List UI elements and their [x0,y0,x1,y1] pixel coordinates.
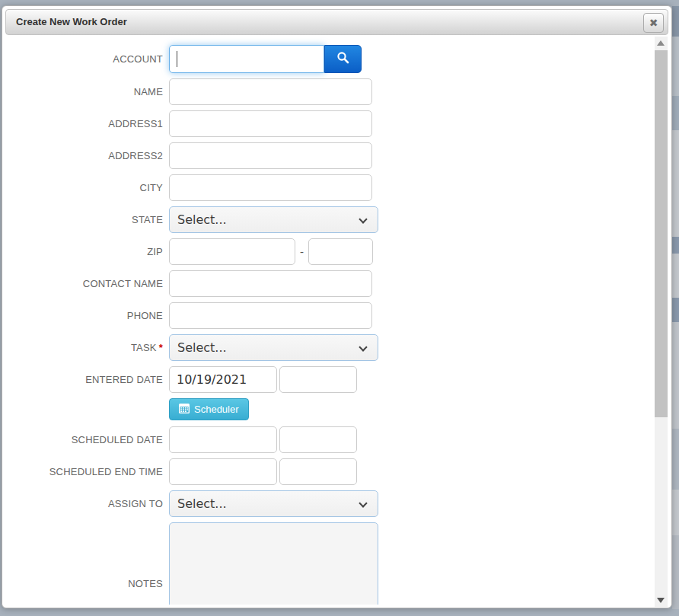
assign-to-row: ASSIGN TO Select... [5,490,668,517]
triangle-down-icon [657,598,665,603]
chevron-down-icon [359,215,367,223]
page-background-strip [672,0,679,616]
scheduled-end-time-row: SCHEDULED END TIME [5,458,668,485]
state-select[interactable]: Select... [169,206,378,233]
state-select-value: Select... [177,212,227,227]
notes-textarea[interactable] [169,522,378,605]
field-label-entered-date: ENTERED DATE [5,374,169,385]
entered-time-input[interactable] [279,366,357,393]
field-label-task: TASK* [5,342,169,353]
task-select-value: Select... [177,340,227,355]
field-label-scheduled-date: SCHEDULED DATE [5,434,169,445]
field-label-phone: PHONE [5,310,169,321]
city-input[interactable] [169,174,372,201]
field-label-city: CITY [5,182,169,193]
chevron-down-icon [359,499,367,507]
state-row: STATE Select... [5,206,668,233]
phone-row: PHONE [5,302,668,329]
account-input[interactable] [169,45,324,73]
address1-row: ADDRESS1 [5,110,668,137]
required-asterisk: * [159,342,163,353]
scheduled-end-time-input[interactable] [279,458,357,485]
scheduler-button-label: Scheduler [194,404,239,415]
contact-name-row: CONTACT NAME [5,270,668,297]
contact-name-input[interactable] [169,270,372,297]
name-input[interactable] [169,78,372,105]
chevron-down-icon [359,343,367,351]
zip-input[interactable] [169,238,295,265]
field-label-address1: ADDRESS1 [5,118,169,129]
address2-row: ADDRESS2 [5,142,668,169]
scroll-up-arrow[interactable] [655,37,668,49]
field-label-assign-to: ASSIGN TO [5,498,169,509]
create-work-order-dialog: Create New Work Order ✖ ACCOUNT [2,5,672,608]
task-select[interactable]: Select... [169,334,378,361]
scroll-down-arrow[interactable] [655,594,668,607]
field-label-address2: ADDRESS2 [5,150,169,161]
field-label-account: ACCOUNT [5,53,169,65]
field-label-contact-name: CONTACT NAME [5,278,169,289]
field-label-scheduled-end-time: SCHEDULED END TIME [5,466,169,477]
entered-date-input[interactable] [169,366,277,393]
assign-to-select[interactable]: Select... [169,490,378,517]
notes-row: NOTES [5,522,668,605]
search-icon [336,51,349,67]
dialog-title: Create New Work Order [6,10,668,34]
scheduled-end-date-input[interactable] [169,458,277,485]
name-row: NAME [5,78,668,105]
address2-input[interactable] [169,142,372,169]
close-icon: ✖ [649,17,658,29]
scheduled-date-input[interactable] [169,426,277,453]
scheduled-time-input[interactable] [279,426,357,453]
dialog-body: ACCOUNT NAME ADDRESS1 [5,35,668,605]
entered-date-row: ENTERED DATE [5,366,668,393]
triangle-up-icon [657,40,665,46]
task-row: TASK* Select... [5,334,668,361]
scrollbar-thumb[interactable] [655,50,668,417]
city-row: CITY [5,174,668,201]
close-button[interactable]: ✖ [643,13,664,33]
field-label-zip: ZIP [5,246,169,257]
dialog-header: Create New Work Order ✖ [5,9,668,35]
account-search-button[interactable] [324,45,362,73]
phone-input[interactable] [169,302,372,329]
field-label-name: NAME [5,86,169,97]
text-caret [177,51,177,67]
zip-row: ZIP - [5,238,668,265]
account-row: ACCOUNT [5,45,668,73]
calendar-icon [179,404,190,416]
vertical-scrollbar[interactable] [655,37,668,607]
scheduled-date-row: SCHEDULED DATE [5,426,668,453]
address1-input[interactable] [169,110,372,137]
account-input-group [169,45,362,73]
assign-to-select-value: Select... [177,496,227,511]
zip-plus4-input[interactable] [308,238,373,265]
zip-separator: - [300,245,304,258]
scheduler-row: Scheduler [5,398,668,420]
field-label-notes: NOTES [5,578,169,589]
scheduler-button[interactable]: Scheduler [169,398,249,420]
field-label-state: STATE [5,214,169,225]
